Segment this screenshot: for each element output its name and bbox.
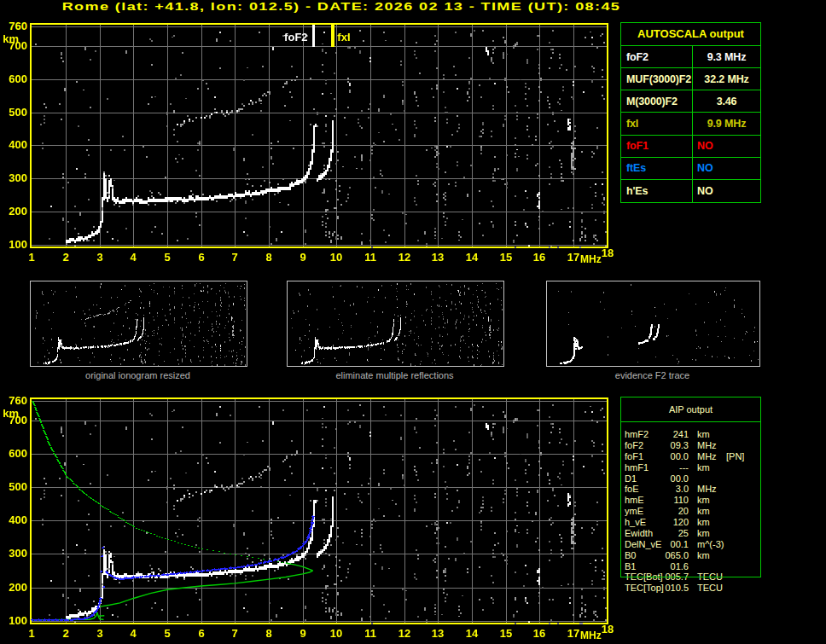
aip-u: km — [697, 495, 710, 506]
aip-p: D1 — [625, 473, 637, 484]
x-tick-8: 8 — [254, 252, 283, 264]
thumbnail-caption-1: original ionogram resized — [30, 370, 246, 381]
autoscala-row-foF1: foF1NO — [621, 136, 760, 158]
aip-v: 110 — [644, 495, 689, 506]
x-tick-2: 2 — [51, 252, 80, 264]
autoscala-param-value: NO — [693, 136, 760, 157]
aip-row-DelN_vE: DelN_vE00.1m^(-3) — [620, 539, 761, 550]
autoscala-row-foF2: foF29.3 MHz — [621, 46, 760, 68]
x-axis-unit-label: MHz — [580, 629, 616, 641]
y-tick-400: 400 — [0, 514, 27, 526]
aip-row-hmF1: hmF1---km — [620, 462, 761, 473]
y-tick-600: 600 — [0, 73, 27, 85]
x-tick-4: 4 — [119, 252, 148, 264]
x-tick-5: 5 — [153, 252, 182, 264]
x-tick-16: 16 — [525, 628, 554, 640]
aip-n: [PN] — [726, 451, 744, 462]
thumbnail-canvas-3 — [546, 281, 760, 367]
x-tick-10: 10 — [322, 252, 351, 264]
x-tick-7: 7 — [220, 628, 249, 640]
aip-v: 010.5 — [644, 583, 689, 594]
aip-u: TECU — [697, 583, 723, 594]
top-ionogram-canvas — [30, 23, 608, 248]
x-tick-15: 15 — [492, 628, 521, 640]
aip-row-TEC[Bot]: TEC[Bot]005.7TECU — [620, 571, 761, 583]
aip-v: 09.3 — [644, 440, 689, 451]
autoscala-row-ftEs: ftEsNO — [621, 158, 760, 180]
x-tick-14: 14 — [457, 252, 486, 264]
y-axis-unit-label: km — [0, 408, 19, 420]
thumbnail-caption-2: eliminate multiple reflections — [287, 370, 503, 381]
aip-p: B1 — [625, 561, 636, 572]
aip-row-h_vE: h_vE120km — [620, 517, 761, 528]
y-tick-300: 300 — [0, 172, 27, 184]
thumbnail-canvas-1 — [30, 281, 247, 367]
autoscala-param-label: h'Es — [621, 180, 693, 202]
aip-p: hmE — [625, 495, 644, 506]
critical-frequency-label-foF2: foF2 — [272, 32, 308, 44]
autoscala-param-value: 3.46 — [693, 90, 760, 112]
autoscala-param-value: 9.9 MHz — [693, 113, 760, 134]
autoscala-param-value: NO — [693, 158, 760, 179]
aip-v: 00.0 — [644, 451, 689, 462]
y-tick-100: 100 — [0, 239, 27, 251]
y-tick-200: 200 — [0, 582, 27, 594]
aip-u: km — [697, 429, 710, 440]
x-tick-12: 12 — [390, 252, 419, 264]
autoscala-param-label: foF2 — [621, 46, 693, 67]
aip-p: B0 — [625, 550, 636, 561]
aip-row-B0: B0065.0km — [620, 550, 761, 561]
x-tick-11: 11 — [356, 252, 385, 264]
y-tick-300: 300 — [0, 548, 27, 560]
y-tick-100: 100 — [0, 615, 27, 627]
aip-row-Ewidth: Ewidth25km — [620, 528, 761, 539]
x-tick-14: 14 — [457, 628, 486, 640]
x-tick-8: 8 — [254, 628, 283, 640]
x-tick-3: 3 — [85, 252, 114, 264]
autoscala-output-table: AUTOSCALA output foF29.3 MHzMUF(3000)F23… — [620, 22, 761, 203]
aip-row-TEC[Top]: TEC[Top]010.5TECU — [620, 583, 761, 594]
autoscala-row-M(3000)F2: M(3000)F23.46 — [621, 90, 760, 113]
aip-u: km — [697, 462, 710, 473]
autoscala-param-value: NO — [693, 180, 760, 202]
station-title: Rome (lat: +41.8, lon: 012.5) - DATE: 20… — [0, 0, 743, 14]
y-tick-500: 500 — [0, 481, 27, 493]
x-tick-9: 9 — [288, 628, 317, 640]
aip-header-divider — [621, 421, 760, 422]
thumbnail-canvas-2 — [287, 281, 504, 367]
x-tick-5: 5 — [153, 628, 182, 640]
autoscala-param-value: 9.3 MHz — [693, 46, 760, 67]
x-tick-6: 6 — [187, 252, 216, 264]
aip-output-table: AIP output hmF2241kmfoF209.3MHzfoF100.0M… — [620, 397, 761, 594]
aip-u: m^(-3) — [697, 539, 724, 550]
autoscala-row-MUF(3000)F2: MUF(3000)F232.2 MHz — [621, 68, 760, 90]
aip-p: foE — [625, 484, 639, 495]
aip-u: km — [697, 506, 710, 517]
aip-p: h_vE — [625, 517, 646, 528]
x-tick-12: 12 — [390, 628, 419, 640]
y-tick-200: 200 — [0, 206, 27, 218]
aip-row-foE: foE3.0MHz — [620, 484, 761, 495]
aip-row-ymE: ymE20km — [620, 506, 761, 517]
autoscala-param-value: 32.2 MHz — [693, 68, 760, 90]
aip-u: km — [697, 528, 710, 539]
aip-v: 3.0 — [644, 484, 689, 495]
aip-row-hmE: hmE110km — [620, 495, 761, 506]
x-tick-16: 16 — [525, 252, 554, 264]
aip-u: MHz — [697, 440, 717, 451]
aip-p: foF2 — [625, 440, 643, 451]
aip-v: --- — [644, 462, 689, 473]
aip-row-B1: B101.6 — [620, 561, 761, 572]
aip-u: MHz — [697, 484, 717, 495]
aip-u: MHz — [697, 451, 717, 462]
x-tick-11: 11 — [356, 628, 385, 640]
autoscala-param-label: foF1 — [621, 136, 693, 157]
aip-v: 01.6 — [644, 561, 689, 572]
x-tick-4: 4 — [119, 628, 148, 640]
aip-v: 065.0 — [644, 550, 689, 561]
aip-v: 005.7 — [644, 571, 689, 583]
aip-row-D1: D100.0 — [620, 473, 761, 484]
critical-frequency-label-fxI: fxI — [337, 32, 373, 44]
x-tick-7: 7 — [220, 252, 249, 264]
aip-v: 00.1 — [644, 539, 689, 550]
